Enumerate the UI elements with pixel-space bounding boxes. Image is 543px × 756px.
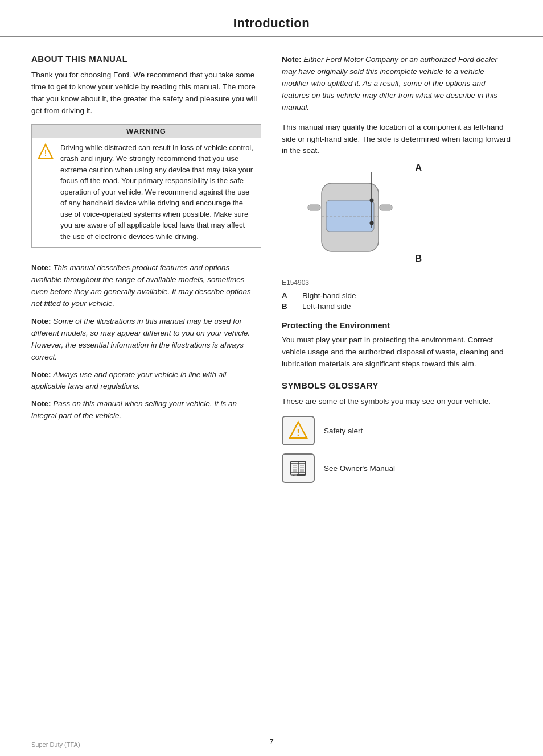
safety-alert-icon: ! bbox=[288, 420, 308, 441]
owners-manual-icon-box bbox=[282, 453, 315, 483]
triangle-warning-icon: ! bbox=[38, 143, 54, 159]
svg-point-8 bbox=[370, 199, 374, 203]
svg-text:!: ! bbox=[44, 148, 47, 158]
symbols-section: SYMBOLS GLOSSARY These are some of the s… bbox=[282, 381, 512, 483]
content-area: ABOUT THIS MANUAL Thank you for choosing… bbox=[0, 37, 543, 508]
safety-alert-label: Safety alert bbox=[324, 427, 363, 435]
protecting-text: You must play your part in protecting th… bbox=[282, 334, 512, 370]
left-column: ABOUT THIS MANUAL Thank you for choosing… bbox=[31, 54, 261, 491]
location-text: This manual may qualify the location of … bbox=[282, 122, 512, 158]
svg-rect-5 bbox=[380, 205, 392, 210]
legend-key-b: B bbox=[282, 302, 293, 311]
about-title: ABOUT THIS MANUAL bbox=[31, 54, 261, 64]
page-header: Introduction bbox=[0, 0, 543, 37]
note-2-text: Some of the illustrations in this manual… bbox=[31, 317, 250, 361]
footer-brand: Super Duty (TFA) bbox=[31, 741, 80, 748]
warning-title: WARNING bbox=[32, 125, 261, 138]
right-note-text: Either Ford Motor Company or an authoriz… bbox=[282, 55, 497, 111]
car-top-view-svg bbox=[287, 166, 413, 280]
right-column: Note: Either Ford Motor Company or an au… bbox=[282, 54, 512, 491]
svg-text:!: ! bbox=[297, 428, 299, 437]
page: Introduction ABOUT THIS MANUAL Thank you… bbox=[0, 0, 543, 756]
safety-alert-icon-box: ! bbox=[282, 416, 315, 445]
note-4-text: Pass on this manual when selling your ve… bbox=[31, 399, 237, 420]
protecting-title: Protecting the Environment bbox=[282, 321, 512, 330]
note-3: Note: Always use and operate your vehicl… bbox=[31, 369, 261, 393]
svg-point-9 bbox=[370, 221, 374, 225]
note-4: Note: Pass on this manual when selling y… bbox=[31, 398, 261, 422]
symbol-row-manual: See Owner's Manual bbox=[282, 453, 512, 483]
note-1-text: This manual describes product features a… bbox=[31, 263, 251, 308]
legend-value-a: Right-hand side bbox=[302, 291, 356, 300]
diagram-label-b: B bbox=[415, 254, 422, 264]
note-4-label: Note: bbox=[31, 399, 51, 408]
owners-manual-label: See Owner's Manual bbox=[324, 464, 395, 473]
note-2-label: Note: bbox=[31, 317, 51, 325]
note-3-text: Always use and operate your vehicle in l… bbox=[31, 370, 226, 391]
warning-icon: ! bbox=[38, 143, 56, 161]
symbols-intro: These are some of the symbols you may se… bbox=[282, 396, 512, 408]
page-title: Introduction bbox=[34, 16, 509, 31]
car-diagram: A B bbox=[282, 163, 430, 276]
warning-box: WARNING ! Driving while distracted can r… bbox=[31, 124, 261, 249]
legend-value-b: Left-hand side bbox=[302, 302, 351, 311]
diagram-caption: E154903 bbox=[282, 279, 309, 287]
diagram-label-a: A bbox=[415, 163, 422, 173]
symbols-title: SYMBOLS GLOSSARY bbox=[282, 381, 512, 390]
note-2: Note: Some of the illustrations in this … bbox=[31, 316, 261, 363]
legend-row-b: B Left-hand side bbox=[282, 302, 356, 311]
book-icon bbox=[288, 458, 308, 478]
warning-body: ! Driving while distracted can result in… bbox=[32, 142, 261, 242]
diagram-area: A B bbox=[282, 163, 512, 313]
legend-key-a: A bbox=[282, 291, 293, 300]
warning-text: Driving while distracted can result in l… bbox=[60, 142, 255, 242]
note-1: Note: This manual describes product feat… bbox=[31, 262, 261, 310]
symbol-row-safety: ! Safety alert bbox=[282, 416, 512, 445]
page-footer: 7 bbox=[0, 737, 543, 746]
page-number: 7 bbox=[269, 737, 273, 746]
diagram-legend: A Right-hand side B Left-hand side bbox=[282, 291, 356, 313]
svg-rect-4 bbox=[308, 205, 320, 210]
legend-row-a: A Right-hand side bbox=[282, 291, 356, 300]
right-intro-note: Note: Either Ford Motor Company or an au… bbox=[282, 54, 512, 114]
about-body: Thank you for choosing Ford. We recommen… bbox=[31, 69, 261, 117]
note-3-label: Note: bbox=[31, 370, 51, 379]
divider bbox=[31, 255, 261, 255]
note-1-label: Note: bbox=[31, 263, 51, 272]
right-note-label: Note: bbox=[282, 55, 302, 64]
